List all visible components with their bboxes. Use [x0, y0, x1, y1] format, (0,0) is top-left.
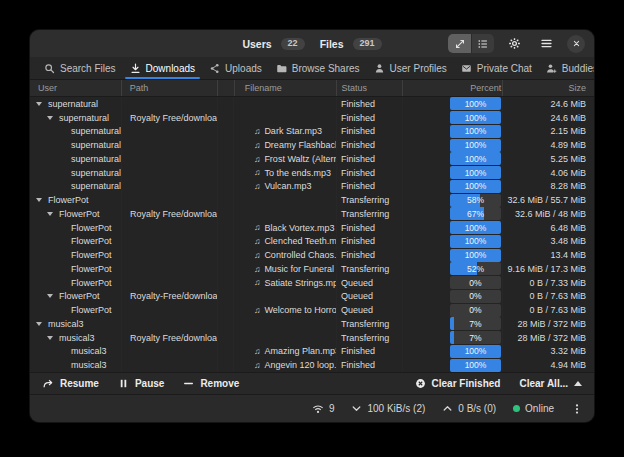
- percent-cell: 7%: [403, 331, 503, 345]
- expander-triangle-icon[interactable]: [36, 322, 42, 326]
- user-name: FlowerPot: [71, 278, 112, 288]
- filename-text: Amazing Plan.mp3: [264, 346, 337, 356]
- status-cell: Queued: [337, 290, 403, 304]
- progress-bar: 67%: [450, 207, 501, 220]
- table-row[interactable]: musical3Transferring7%28 MiB / 372 MiB: [30, 317, 594, 331]
- progress-bar: 100%: [450, 166, 501, 179]
- table-row[interactable]: musical3Royalty Free/downloads/nicotiTra…: [30, 331, 594, 345]
- wifi-icon: [312, 403, 324, 415]
- size-cell: 24.6 MiB: [503, 97, 594, 111]
- column-header-percent[interactable]: Percent: [403, 80, 503, 96]
- table-row[interactable]: FlowerPotRoyalty-Free/downloads/nicotiQu…: [30, 290, 594, 304]
- size-cell: 2.15 MiB: [503, 125, 594, 139]
- table-row[interactable]: FlowerPot♫Clenched Teeth.mp3Finished100%…: [30, 235, 594, 249]
- status-cell: Transferring: [337, 331, 403, 345]
- expander-triangle-icon[interactable]: [47, 116, 53, 120]
- table-row[interactable]: FlowerPot♫Music for Funeral Home - Part …: [30, 262, 594, 276]
- percent-cell: 100%: [403, 138, 503, 152]
- table-row[interactable]: FlowerPotTransferring58%32.6 MiB / 55.7 …: [30, 193, 594, 207]
- connections-indicator[interactable]: 9: [312, 403, 335, 415]
- progress-bar: 7%: [450, 331, 501, 344]
- tab-user-profiles[interactable]: User Profiles: [367, 57, 454, 79]
- size-cell: 0 B / 7.33 MiB: [503, 276, 594, 290]
- spacer-cell: [218, 262, 234, 276]
- tab-search-files[interactable]: Search Files: [37, 57, 123, 79]
- path-cell: [122, 276, 218, 290]
- expander-triangle-icon[interactable]: [36, 102, 42, 106]
- tab-uploads[interactable]: Uploads: [202, 57, 269, 79]
- filename-text: Welcome to HorrorLand - hi.mp3: [264, 305, 337, 315]
- percent-cell: 7%: [403, 317, 503, 331]
- percent-cell: 0%: [403, 276, 503, 290]
- table-row[interactable]: musical3♫Angevin 120 loop.mp3Finished100…: [30, 358, 594, 372]
- preferences-button[interactable]: [503, 34, 526, 53]
- clear-all-button[interactable]: Clear All...: [519, 378, 582, 389]
- tab-browse-shares[interactable]: Browse Shares: [269, 57, 367, 79]
- column-header-size[interactable]: Size: [503, 80, 594, 96]
- status-bar: 9 100 KiB/s (2) 0 B/s (0) Online: [30, 394, 594, 422]
- desktop-background: Users 22 Files 291 Search FilesDownloads…: [0, 0, 624, 457]
- main-menu-button[interactable]: [535, 34, 558, 53]
- column-header-filename[interactable]: Filename: [235, 80, 338, 96]
- tab-downloads[interactable]: Downloads: [123, 57, 202, 79]
- progress-percent-label: 100%: [450, 249, 501, 262]
- table-row[interactable]: supernatural♫Frost Waltz (Alternate).mp3…: [30, 152, 594, 166]
- user-name: musical3: [48, 319, 84, 329]
- percent-cell: 0%: [403, 303, 503, 317]
- tab-buddies[interactable]: Buddies: [539, 57, 594, 79]
- path-cell: [122, 166, 218, 180]
- user-cell: supernatural: [30, 97, 122, 111]
- status-menu-button[interactable]: [571, 403, 583, 415]
- table-row[interactable]: FlowerPot♫Controlled Chaos.mp3Finished10…: [30, 248, 594, 262]
- user-cell: FlowerPot: [30, 207, 122, 221]
- filename-cell: ♫Vulcan.mp3: [234, 180, 337, 194]
- expander-triangle-icon[interactable]: [47, 212, 53, 216]
- table-row[interactable]: supernatural♫Dark Star.mp3Finished100%2.…: [30, 125, 594, 139]
- table-row[interactable]: FlowerPotRoyalty Free/downloads/nicotiTr…: [30, 207, 594, 221]
- table-row[interactable]: FlowerPot♫Satiate Strings.mp3Queued0%0 B…: [30, 276, 594, 290]
- table-row[interactable]: FlowerPot♫Welcome to HorrorLand - hi.mp3…: [30, 303, 594, 317]
- remove-label: Remove: [200, 378, 239, 389]
- table-row[interactable]: supernatural♫To the ends.mp3Finished100%…: [30, 166, 594, 180]
- column-header-user[interactable]: User: [30, 80, 122, 96]
- table-row[interactable]: musical3♫Amazing Plan.mp3Finished100%3.3…: [30, 345, 594, 359]
- progress-bar: 100%: [450, 235, 501, 248]
- close-window-button[interactable]: [567, 35, 585, 53]
- expander-triangle-icon[interactable]: [36, 198, 42, 202]
- table-row[interactable]: supernaturalFinished100%24.6 MiB: [30, 97, 594, 111]
- download-speed-indicator[interactable]: 100 KiB/s (2): [351, 403, 425, 414]
- music-note-icon: ♫: [254, 127, 260, 136]
- column-header-status[interactable]: Status: [337, 80, 403, 96]
- path-cell: [122, 221, 218, 235]
- remove-button[interactable]: Remove: [183, 378, 239, 389]
- pause-button[interactable]: Pause: [118, 378, 164, 389]
- progress-percent-label: 58%: [450, 194, 501, 207]
- percent-cell: 100%: [403, 152, 503, 166]
- clear-finished-button[interactable]: Clear Finished: [415, 378, 501, 389]
- expander-triangle-icon[interactable]: [47, 336, 53, 340]
- table-row[interactable]: FlowerPot♫Black Vortex.mp3Finished100%6.…: [30, 221, 594, 235]
- progress-bar: 100%: [450, 139, 501, 152]
- table-row[interactable]: supernaturalRoyalty Free/downloads/nicot…: [30, 111, 594, 125]
- clear-finished-icon: [415, 378, 426, 389]
- filename-cell: [234, 97, 337, 111]
- online-status[interactable]: Online: [513, 403, 554, 414]
- view-list-button[interactable]: [471, 34, 494, 53]
- column-header-icon[interactable]: [218, 80, 235, 96]
- resume-button[interactable]: Resume: [42, 378, 99, 390]
- path-cell: Royalty-Free/downloads/nicoti: [122, 290, 218, 304]
- upload-speed-indicator[interactable]: 0 B/s (0): [442, 403, 496, 414]
- progress-bar: 0%: [450, 304, 501, 317]
- table-row[interactable]: supernatural♫Dreamy Flashback.mp3Finishe…: [30, 138, 594, 152]
- user-cell: FlowerPot: [30, 248, 122, 262]
- expander-triangle-icon[interactable]: [47, 294, 53, 298]
- size-cell: 4.94 MiB: [503, 358, 594, 372]
- search-icon: [44, 63, 55, 74]
- music-note-icon: ♫: [254, 182, 260, 191]
- table-row[interactable]: supernatural♫Vulcan.mp3Finished100%8.28 …: [30, 180, 594, 194]
- tab-private-chat[interactable]: Private Chat: [454, 57, 539, 79]
- progress-percent-label: 0%: [450, 290, 501, 303]
- user-cell: FlowerPot: [30, 276, 122, 290]
- connect-toggle-button[interactable]: [448, 34, 471, 53]
- column-header-path[interactable]: Path: [122, 80, 218, 96]
